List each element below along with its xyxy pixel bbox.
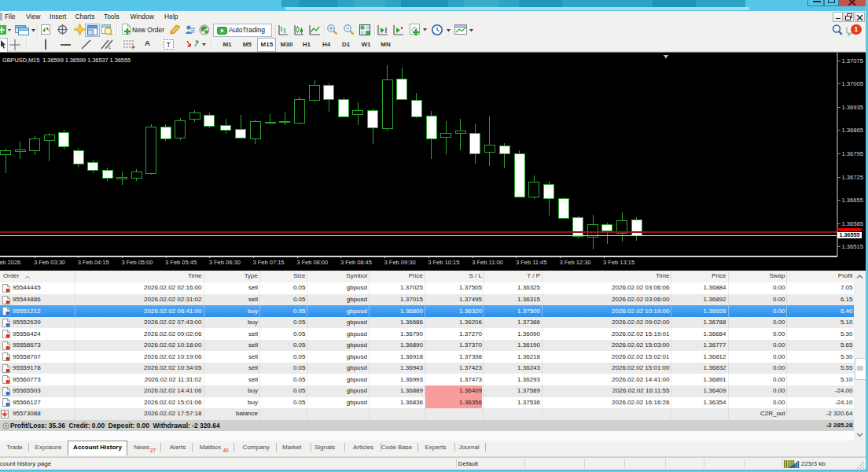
svg-text:3 Feb 12:30: 3 Feb 12:30 (559, 259, 590, 266)
svg-text:1.36725: 1.36725 (842, 174, 863, 181)
svg-text:3 Feb 2026: 3 Feb 2026 (0, 259, 20, 266)
svg-text:3 Feb 13:15: 3 Feb 13:15 (603, 259, 634, 266)
svg-text:1.36515: 1.36515 (842, 243, 863, 250)
svg-text:1.36795: 1.36795 (842, 150, 863, 157)
svg-text:1.37075: 1.37075 (842, 57, 863, 65)
svg-text:3 Feb 09:30: 3 Feb 09:30 (384, 259, 416, 266)
svg-text:3 Feb 11:00: 3 Feb 11:00 (472, 259, 502, 266)
svg-text:1.36585: 1.36585 (842, 220, 863, 227)
svg-text:1.36555: 1.36555 (840, 231, 860, 238)
svg-text:1.36865: 1.36865 (842, 127, 863, 134)
svg-text:F: F (132, 45, 135, 50)
svg-text:3 Feb 10:15: 3 Feb 10:15 (428, 259, 459, 266)
svg-text:1.36935: 1.36935 (842, 104, 863, 111)
svg-text:3 Feb 06:30: 3 Feb 06:30 (209, 259, 241, 266)
svg-text:1.36655: 1.36655 (842, 197, 863, 204)
svg-text:3 Feb 04:15: 3 Feb 04:15 (78, 259, 109, 266)
svg-text:c: c (108, 45, 111, 50)
svg-text:3 Feb 03:30: 3 Feb 03:30 (34, 259, 65, 266)
svg-text:3 Feb 08:00: 3 Feb 08:00 (296, 259, 328, 266)
svg-text:3 Feb 05:45: 3 Feb 05:45 (165, 259, 197, 266)
svg-text:3 Feb 08:45: 3 Feb 08:45 (340, 259, 372, 266)
svg-text:GBPUSD,M15 1.36599 1.36599 1.: GBPUSD,M15 1.36599 1.36599 1.36537 1.365… (2, 57, 131, 64)
svg-text:3 Feb 05:00: 3 Feb 05:00 (121, 259, 153, 266)
svg-text:3 Feb 11:45: 3 Feb 11:45 (516, 259, 546, 266)
svg-text:T: T (167, 41, 171, 49)
svg-text:1.37005: 1.37005 (842, 80, 863, 87)
svg-text:3 Feb 07:15: 3 Feb 07:15 (252, 259, 284, 266)
